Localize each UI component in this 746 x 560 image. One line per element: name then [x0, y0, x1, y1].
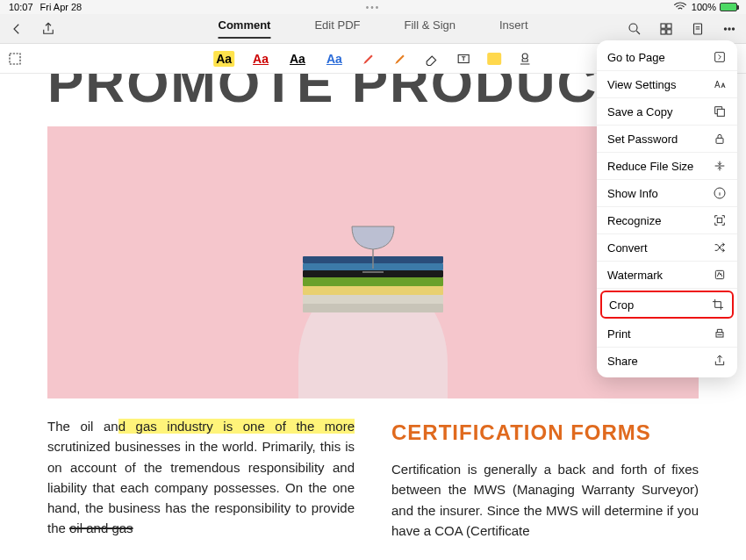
menu-go-to-page[interactable]: Go to Page: [597, 44, 737, 71]
page-icon[interactable]: [690, 21, 706, 37]
search-icon[interactable]: [627, 21, 642, 37]
section-heading: CERTIFICATION FORMS: [391, 416, 699, 449]
menu-print[interactable]: Print: [597, 320, 737, 348]
tab-fill-sign[interactable]: Fill & Sign: [404, 18, 455, 39]
stamp-icon[interactable]: [517, 51, 533, 67]
text-size-icon: [713, 77, 727, 91]
menu-recognize[interactable]: Recognize: [597, 207, 737, 234]
marker-orange-icon[interactable]: [392, 51, 408, 67]
column-left: The oil and gas industry is one of the m…: [47, 416, 355, 541]
svg-point-7: [728, 27, 730, 29]
svg-rect-4: [667, 29, 671, 33]
share-icon: [713, 354, 727, 368]
scan-icon: [713, 213, 727, 227]
svg-rect-9: [10, 54, 20, 64]
battery-icon: [720, 3, 737, 11]
svg-rect-2: [667, 24, 671, 28]
status-bar: 10:07 Fri Apr 28 ••• 100%: [0, 0, 746, 14]
svg-point-11: [522, 54, 527, 59]
menu-convert[interactable]: Convert: [597, 234, 737, 262]
marker-red-icon[interactable]: [361, 51, 377, 67]
menu-reduce-file-size[interactable]: Reduce File Size: [597, 153, 737, 180]
tab-edit-pdf[interactable]: Edit PDF: [314, 18, 360, 39]
note-tool[interactable]: [487, 53, 501, 65]
svg-point-6: [724, 27, 726, 29]
shuffle-icon: [713, 241, 727, 255]
strikeout-tool[interactable]: Aa: [324, 51, 345, 67]
arrow-right-box-icon: [713, 50, 727, 64]
underline-tool[interactable]: Aa: [287, 51, 308, 67]
share-up-icon[interactable]: [40, 21, 56, 37]
textbox-icon[interactable]: [455, 51, 471, 67]
glass-icon: [345, 223, 401, 276]
menu-view-settings[interactable]: View Settings: [597, 71, 737, 98]
overflow-menu: Go to Page View Settings Save a Copy Set…: [597, 40, 737, 377]
tab-insert[interactable]: Insert: [499, 18, 528, 39]
drag-handle: •••: [366, 3, 381, 12]
menu-share[interactable]: Share: [597, 348, 737, 374]
svg-rect-1: [661, 24, 665, 28]
svg-rect-14: [716, 138, 723, 143]
squiggly-tool[interactable]: Aa: [250, 51, 271, 67]
print-icon: [713, 327, 727, 341]
column-right: CERTIFICATION FORMS Certification is gen…: [391, 416, 699, 541]
svg-rect-3: [661, 29, 665, 33]
nav-bar: Comment Edit PDF Fill & Sign Insert: [0, 14, 746, 44]
wifi-icon: [672, 0, 688, 15]
status-date: Fri Apr 28: [40, 2, 82, 12]
status-time: 10:07: [9, 2, 33, 12]
more-icon[interactable]: [721, 21, 737, 37]
menu-show-info[interactable]: Show Info: [597, 180, 737, 207]
eraser-icon[interactable]: [424, 51, 440, 67]
svg-rect-13: [717, 109, 724, 116]
battery-percent: 100%: [692, 2, 716, 12]
tab-comment[interactable]: Comment: [218, 18, 270, 39]
highlight-tool[interactable]: Aa: [213, 51, 234, 67]
selection-icon[interactable]: [7, 51, 23, 67]
svg-rect-12: [715, 53, 725, 62]
lock-icon: [713, 132, 727, 146]
menu-watermark[interactable]: Watermark: [597, 262, 737, 289]
watermark-icon: [713, 268, 727, 282]
back-icon[interactable]: [9, 21, 25, 37]
highlighted-text: d gas industry is one of the more: [118, 419, 355, 434]
grid-icon[interactable]: [658, 21, 674, 37]
svg-rect-16: [717, 218, 721, 222]
menu-set-password[interactable]: Set Password: [597, 126, 737, 153]
svg-point-8: [732, 27, 734, 29]
menu-crop[interactable]: Crop: [600, 291, 734, 319]
strikethrough-text: oil and gas: [69, 521, 133, 535]
svg-point-0: [629, 24, 637, 32]
menu-save-copy[interactable]: Save a Copy: [597, 98, 737, 126]
compress-icon: [713, 159, 727, 173]
crop-icon: [711, 298, 725, 312]
info-icon: [713, 186, 727, 200]
copy-icon: [713, 104, 727, 118]
svg-rect-17: [715, 270, 723, 278]
